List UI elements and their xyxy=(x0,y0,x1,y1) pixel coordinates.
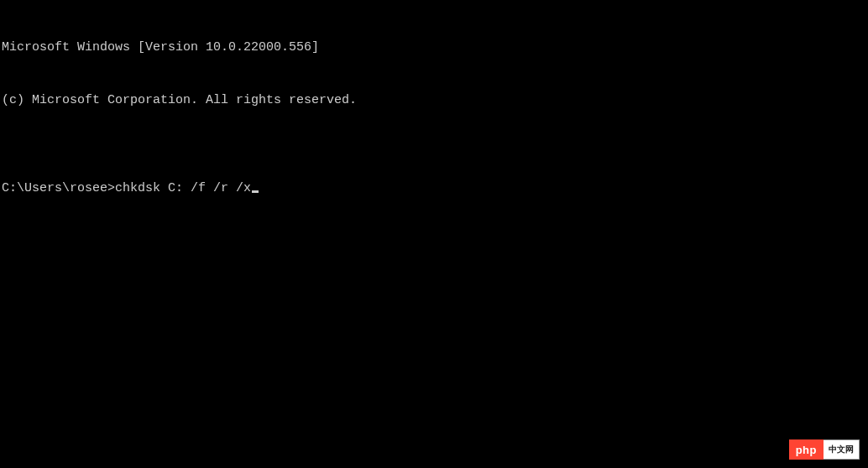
command-input[interactable]: chkdsk C: /f /r /x xyxy=(115,179,251,197)
prompt-text: C:\Users\rosee> xyxy=(2,179,115,197)
watermark-right-label: 中文网 xyxy=(824,439,860,460)
watermark-left-label: php xyxy=(789,439,824,460)
terminal-output[interactable]: Microsoft Windows [Version 10.0.22000.55… xyxy=(0,0,868,218)
command-line[interactable]: C:\Users\rosee>chkdsk C: /f /r /x xyxy=(2,179,866,197)
cursor-icon xyxy=(252,190,259,193)
copyright-line: (c) Microsoft Corporation. All rights re… xyxy=(2,91,866,109)
watermark-badge: php 中文网 xyxy=(789,439,860,460)
version-line: Microsoft Windows [Version 10.0.22000.55… xyxy=(2,39,866,56)
